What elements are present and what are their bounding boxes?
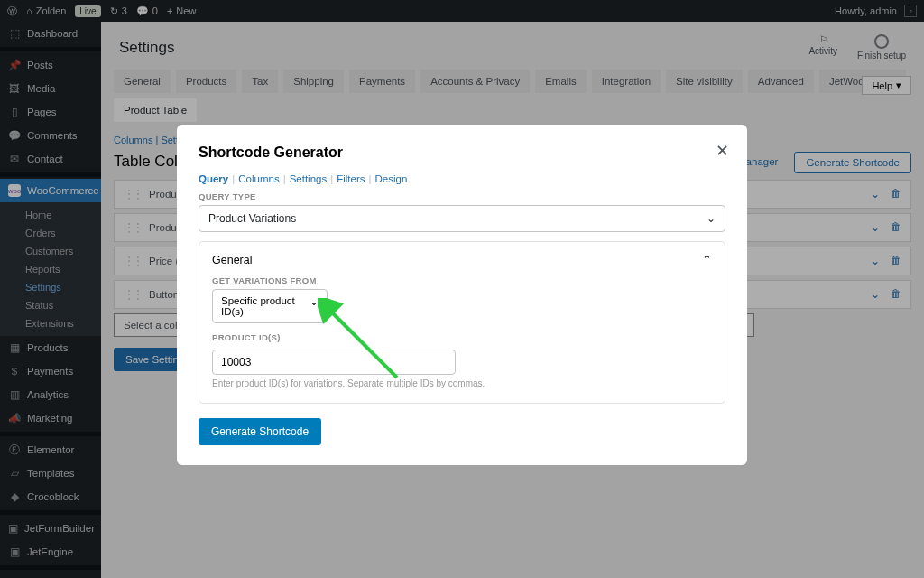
query-type-label: QUERY TYPE [199,191,725,201]
modal-tab-columns[interactable]: Columns [238,173,279,184]
modal-tab-design[interactable]: Design [375,173,408,184]
shortcode-generator-modal: Shortcode Generator ✕ Query|Columns|Sett… [177,125,747,465]
chevron-down-icon: ⌄ [707,212,716,225]
modal-tab-query[interactable]: Query [199,173,228,184]
close-button[interactable]: ✕ [716,141,729,161]
modal-tab-settings[interactable]: Settings [290,173,328,184]
general-section-toggle[interactable]: General⌃ [212,253,712,266]
chevron-up-icon: ⌃ [702,253,712,266]
product-id-input[interactable] [212,350,456,375]
close-icon: ✕ [716,142,729,160]
modal-tab-filters[interactable]: Filters [337,173,365,184]
get-variations-select[interactable]: Specific product ID(s)⌄ [212,289,328,323]
product-id-help: Enter product ID(s) for variations. Sepa… [212,378,712,388]
modal-title: Shortcode Generator [199,144,725,161]
modal-overlay[interactable]: Shortcode Generator ✕ Query|Columns|Sett… [0,0,924,578]
get-variations-label: GET VARIATIONS FROM [212,275,712,285]
query-type-select[interactable]: Product Variations⌄ [199,205,725,232]
modal-tabs: Query|Columns|Settings|Filters|Design [199,173,725,184]
product-id-label: PRODUCT ID(S) [212,332,712,342]
generate-shortcode-submit[interactable]: Generate Shortcode [199,418,321,445]
chevron-down-icon: ⌄ [310,295,319,317]
